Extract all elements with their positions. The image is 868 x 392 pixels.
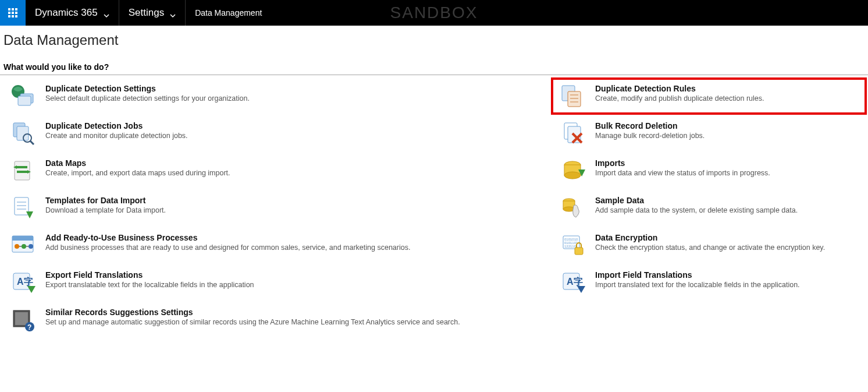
rules-icon xyxy=(559,83,586,110)
svg-rect-32 xyxy=(568,91,581,107)
tile-data-encryption[interactable]: 0101010 0101101 1221101 Data Encryption … xyxy=(551,227,867,264)
data-maps-icon xyxy=(9,157,36,184)
tile-title: Duplicate Detection Settings xyxy=(45,84,250,93)
bulk-delete-icon xyxy=(559,120,586,147)
right-column: Duplicate Detection Rules Create, modify… xyxy=(551,77,867,338)
tile-duplicate-detection-jobs[interactable]: Duplicate Detection Jobs Create and moni… xyxy=(1,115,551,152)
tile-desc: Create, modify and publish duplicate det… xyxy=(595,94,764,103)
top-navigation-bar: Dynamics 365 Settings Data Management SA… xyxy=(0,0,868,26)
svg-rect-28 xyxy=(15,312,28,325)
svg-rect-9 xyxy=(17,171,27,173)
area-label: Settings xyxy=(129,7,164,19)
tile-bulk-record-deletion[interactable]: Bulk Record Deletion Manage bulk record-… xyxy=(551,115,867,152)
tile-desc: Import translated text for the localizab… xyxy=(595,281,800,289)
tile-sample-data[interactable]: Sample Data Add sample data to the syste… xyxy=(551,189,867,227)
left-column: Duplicate Detection Settings Select defa… xyxy=(1,77,551,338)
svg-text:A字: A字 xyxy=(17,276,33,287)
tile-title: Data Encryption xyxy=(595,233,825,242)
tile-title: Sample Data xyxy=(595,196,798,205)
svg-rect-12 xyxy=(15,197,29,215)
svg-text:A字: A字 xyxy=(567,276,583,287)
tile-desc: Import data and view the status of impor… xyxy=(595,169,770,177)
tile-title: Duplicate Detection Rules xyxy=(595,84,764,93)
tile-desc: Create, import, and export data maps use… xyxy=(45,169,230,177)
tile-title: Duplicate Detection Jobs xyxy=(45,121,188,130)
brand-dropdown[interactable]: Dynamics 365 xyxy=(26,0,119,26)
jobs-search-icon xyxy=(9,120,36,147)
tile-title: Import Field Translations xyxy=(595,270,800,280)
tile-templates-data-import[interactable]: Templates for Data Import Download a tem… xyxy=(1,189,551,227)
tile-desc: Manage bulk record-deletion jobs. xyxy=(595,132,705,140)
tile-desc: Export translatable text for the localiz… xyxy=(45,281,254,289)
process-flow-icon xyxy=(9,232,36,259)
tiles-grid: Duplicate Detection Settings Select defa… xyxy=(0,77,868,338)
tile-imports[interactable]: Imports Import data and view the status … xyxy=(551,152,867,189)
tile-desc: Add sample data to the system, or delete… xyxy=(595,206,798,214)
svg-text:?: ? xyxy=(27,323,31,331)
imports-icon xyxy=(559,157,586,184)
svg-line-6 xyxy=(30,141,34,144)
svg-rect-51 xyxy=(575,248,583,255)
waffle-icon xyxy=(8,8,17,17)
sample-data-icon xyxy=(559,195,586,221)
tile-title: Add Ready-to-Use Business Processes xyxy=(45,233,410,242)
tile-desc: Set up and manage automatic suggestion o… xyxy=(45,318,460,326)
chevron-down-icon xyxy=(170,10,176,16)
tile-title: Templates for Data Import xyxy=(45,196,166,205)
tile-data-maps[interactable]: Data Maps Create, import, and export dat… xyxy=(1,152,551,189)
encryption-lock-icon: 0101010 0101101 1221101 xyxy=(559,232,586,259)
svg-point-42 xyxy=(564,172,581,179)
tile-desc: Select default duplicate detection setti… xyxy=(45,94,250,103)
tile-desc: Download a template for Data import. xyxy=(45,206,166,214)
svg-point-21 xyxy=(29,244,33,249)
tile-duplicate-detection-settings[interactable]: Duplicate Detection Settings Select defa… xyxy=(1,77,551,115)
environment-label: SANDBOX xyxy=(390,3,478,22)
tile-duplicate-detection-rules[interactable]: Duplicate Detection Rules Create, modify… xyxy=(551,77,867,115)
tile-business-processes[interactable]: Add Ready-to-Use Business Processes Add … xyxy=(1,227,551,264)
page-title: Data Management xyxy=(0,26,868,53)
template-import-icon xyxy=(9,195,36,221)
app-launcher-button[interactable] xyxy=(0,0,26,26)
export-translations-icon: A字 xyxy=(9,269,36,296)
tile-import-translations[interactable]: A字 Import Field Translations Import tran… xyxy=(551,264,867,301)
svg-rect-18 xyxy=(12,236,33,241)
tile-desc: Add business processes that are ready to… xyxy=(45,243,410,252)
svg-rect-8 xyxy=(17,166,27,168)
breadcrumb[interactable]: Data Management xyxy=(186,0,271,26)
svg-point-19 xyxy=(15,244,19,249)
breadcrumb-label: Data Management xyxy=(195,8,262,17)
chevron-down-icon xyxy=(104,10,109,16)
import-translations-icon: A字 xyxy=(559,269,586,296)
svg-point-20 xyxy=(22,244,26,249)
tile-title: Export Field Translations xyxy=(45,270,254,280)
similar-records-icon: ? xyxy=(9,306,36,333)
settings-globe-icon xyxy=(9,83,36,110)
brand-label: Dynamics 365 xyxy=(35,7,98,19)
tile-title: Data Maps xyxy=(45,158,230,168)
tile-title: Similar Records Suggestions Settings xyxy=(45,308,460,317)
svg-rect-2 xyxy=(18,96,31,105)
tile-export-translations[interactable]: A字 Export Field Translations Export tran… xyxy=(1,264,551,301)
tile-title: Imports xyxy=(595,158,770,168)
area-dropdown[interactable]: Settings xyxy=(119,0,186,26)
tile-desc: Create and monitor duplicate detection j… xyxy=(45,132,188,140)
svg-rect-4 xyxy=(17,126,29,140)
section-prompt: What would you like to do? xyxy=(0,53,868,75)
tile-title: Bulk Record Deletion xyxy=(595,121,705,130)
tile-similar-records[interactable]: ? Similar Records Suggestions Settings S… xyxy=(1,301,551,338)
tile-desc: Check the encryption status, and change … xyxy=(595,243,825,252)
